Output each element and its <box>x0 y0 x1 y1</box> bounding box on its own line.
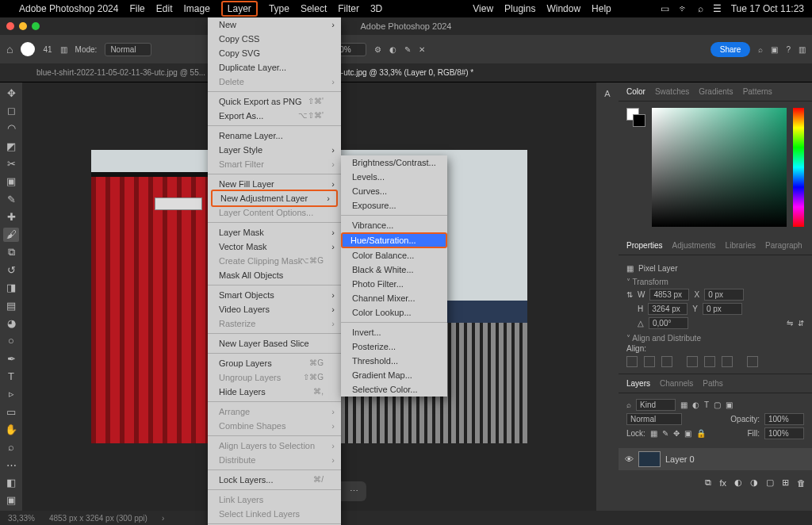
butterfly-icon[interactable]: ✕ <box>419 45 425 54</box>
align-header[interactable]: ˅ Align and Distribute <box>626 334 804 343</box>
dodge-tool[interactable]: ○ <box>3 334 19 348</box>
fg-bg-colors[interactable] <box>626 108 645 230</box>
mi-quick-export[interactable]: Quick Export as PNG⇧⌘' <box>208 94 341 109</box>
trash-icon[interactable]: 🗑 <box>797 478 806 488</box>
filter-kind[interactable]: Kind <box>636 399 676 411</box>
control-center-icon[interactable]: ☰ <box>713 3 722 14</box>
mi-group[interactable]: Group Layers⌘G <box>208 356 341 370</box>
mi-threshold[interactable]: Threshold... <box>341 354 447 368</box>
mi-video-layers[interactable]: Video Layers <box>208 302 341 316</box>
battery-icon[interactable]: ▭ <box>661 3 669 14</box>
pen-tool[interactable]: ✒ <box>3 351 19 366</box>
mi-brightness-contrast[interactable]: Brightness/Contrast... <box>341 155 447 170</box>
share-button[interactable]: Share <box>710 42 751 57</box>
filter-smart-icon[interactable]: ▣ <box>726 400 733 409</box>
menu-help[interactable]: Help <box>592 3 611 14</box>
flip-h-icon[interactable]: ⇋ <box>787 319 793 328</box>
mi-gradient-map[interactable]: Gradient Map... <box>341 368 447 382</box>
mi-photo-filter[interactable]: Photo Filter... <box>341 277 447 291</box>
eraser-tool[interactable]: ◨ <box>3 281 19 295</box>
align-top-icon[interactable] <box>687 356 698 367</box>
brush-tool[interactable]: 🖌 <box>3 228 19 242</box>
minimize-icon[interactable] <box>19 22 27 30</box>
tab-paragraph[interactable]: Paragraph <box>765 241 802 250</box>
align-left-icon[interactable] <box>626 356 638 367</box>
fgbg-swatch[interactable]: ◧ <box>3 475 19 489</box>
app-name[interactable]: Adobe Photoshop 2024 <box>19 3 118 14</box>
status-arrow-icon[interactable]: › <box>162 514 164 523</box>
crop-tool[interactable]: ✂ <box>3 156 19 171</box>
tab-libraries[interactable]: Libraries <box>726 241 756 250</box>
lasso-tool[interactable]: ◠ <box>3 121 19 136</box>
flip-v-icon[interactable]: ⇵ <box>798 319 804 328</box>
menu-file[interactable]: File <box>129 3 144 14</box>
tab-gradients[interactable]: Gradients <box>699 87 733 96</box>
y-field[interactable]: 0 px <box>703 303 742 315</box>
mi-layer-mask[interactable]: Layer Mask <box>208 225 341 240</box>
lock-nest-icon[interactable]: ▣ <box>684 429 691 438</box>
mi-rename[interactable]: Rename Layer... <box>208 128 341 143</box>
new-layer-icon[interactable]: ⊞ <box>782 477 789 488</box>
mi-new[interactable]: New <box>208 17 341 32</box>
align-more-icon[interactable] <box>747 356 758 367</box>
symmetry-icon[interactable]: ✎ <box>404 45 411 54</box>
mi-channel-mixer[interactable]: Channel Mixer... <box>341 291 447 305</box>
mi-lock[interactable]: Lock Layers...⌘/ <box>208 473 341 487</box>
panel-icon[interactable]: ▥ <box>799 45 806 54</box>
align-bottom-icon[interactable] <box>722 356 733 367</box>
tab-doc-1[interactable]: blue-t-shirt-2022-11-05-02-11-36-utc.jpg… <box>32 68 210 77</box>
link-layers-icon[interactable]: ⧉ <box>705 477 711 488</box>
mi-export-as[interactable]: Export As...⌥⇧⌘' <box>208 109 341 123</box>
glyph-panel-icon[interactable]: A <box>599 86 615 102</box>
fx-icon[interactable]: fx <box>719 478 726 488</box>
menu-edit[interactable]: Edit <box>156 3 173 14</box>
marquee-tool[interactable]: ◻ <box>3 103 19 117</box>
tab-channels[interactable]: Channels <box>660 379 693 388</box>
path-tool[interactable]: ▹ <box>3 387 19 401</box>
width-field[interactable]: 4853 px <box>649 289 689 301</box>
menu-filter[interactable]: Filter <box>338 3 359 14</box>
search-icon[interactable]: ⌕ <box>698 3 703 14</box>
move-tool[interactable]: ✥ <box>3 86 19 100</box>
gradient-tool[interactable]: ▤ <box>3 298 19 312</box>
mi-color-balance[interactable]: Color Balance... <box>341 248 447 262</box>
lock-paint-icon[interactable]: ✎ <box>662 429 668 438</box>
mi-new-slice[interactable]: New Layer Based Slice <box>208 336 341 351</box>
mi-copy-svg[interactable]: Copy SVG <box>208 46 341 60</box>
mi-exposure[interactable]: Exposure... <box>341 198 447 213</box>
edit-toolbar[interactable]: ⋯ <box>3 458 19 472</box>
tab-properties[interactable]: Properties <box>626 241 663 250</box>
menu-3d[interactable]: 3D <box>370 3 382 14</box>
link-wh-icon[interactable]: ⇅ <box>626 290 633 299</box>
group-icon[interactable]: ▢ <box>766 477 774 488</box>
menu-window[interactable]: Window <box>546 3 580 14</box>
angle-field[interactable]: 0,00° <box>649 317 688 329</box>
mi-new-adjustment[interactable]: New Adjustment Layer <box>211 190 338 207</box>
mi-black-white[interactable]: Black & White... <box>341 262 447 277</box>
frame-tool[interactable]: ▣ <box>3 174 19 189</box>
mi-invert[interactable]: Invert... <box>341 325 447 339</box>
visibility-icon[interactable]: 👁 <box>625 454 634 464</box>
type-tool[interactable]: T <box>3 369 19 383</box>
menu-plugins[interactable]: Plugins <box>504 3 535 14</box>
angle-icon[interactable]: ◐ <box>389 45 396 54</box>
adj-layer-icon[interactable]: ◑ <box>750 477 758 488</box>
mi-layer-style[interactable]: Layer Style <box>208 143 341 157</box>
mi-color-lookup[interactable]: Color Lookup... <box>341 305 447 320</box>
wifi-icon[interactable]: ᯤ <box>679 3 688 14</box>
history-brush-tool[interactable]: ↺ <box>3 262 19 277</box>
blend-mode[interactable]: Normal <box>626 413 682 425</box>
clock[interactable]: Tue 17 Oct 11:23 <box>731 3 804 14</box>
color-picker[interactable] <box>652 108 787 227</box>
zoom-tool[interactable]: ⌕ <box>3 440 19 454</box>
help-icon[interactable]: ? <box>786 45 791 54</box>
mi-vector-mask[interactable]: Vector Mask <box>208 240 341 254</box>
mi-mask-all[interactable]: Mask All Objects <box>208 268 341 282</box>
mi-duplicate[interactable]: Duplicate Layer... <box>208 60 341 75</box>
filter-icon[interactable]: ⌕ <box>626 400 631 409</box>
tab-paths[interactable]: Paths <box>703 379 723 388</box>
tab-layers[interactable]: Layers <box>626 379 650 388</box>
mi-vibrance[interactable]: Vibrance... <box>341 218 447 232</box>
hand-tool[interactable]: ✋ <box>3 422 19 436</box>
tab-adjustments[interactable]: Adjustments <box>672 241 716 250</box>
